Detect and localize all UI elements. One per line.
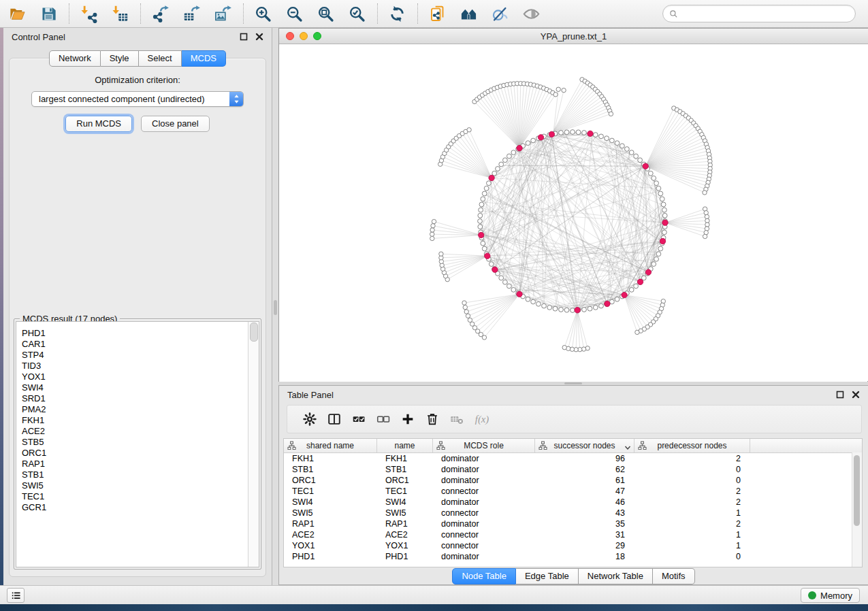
tab-network[interactable]: Network [49,50,101,67]
delete-button[interactable] [420,408,445,431]
refresh-button[interactable] [385,3,408,24]
table-row[interactable]: ACE2ACE2connector311 [284,529,862,540]
add-button[interactable] [396,408,420,431]
table-tab-network-table[interactable]: Network Table [579,568,653,584]
close-panel-button[interactable]: Close panel [141,116,210,132]
table-row[interactable]: YOX1YOX1connector291 [284,540,862,551]
delete-icon [425,412,440,427]
table-row[interactable]: TEC1TEC1connector472 [284,486,862,497]
mcds-result-item[interactable]: PHD1 [22,328,259,339]
mcds-result-item[interactable]: CAR1 [22,339,259,350]
table-row[interactable]: RAP1RAP1dominator352 [284,518,862,529]
tab-select[interactable]: Select [139,50,182,67]
columns-button[interactable] [322,408,347,431]
cell-predecessor-nodes: 0 [634,476,750,485]
export-image-button[interactable] [211,3,234,24]
import-table-button[interactable] [108,3,131,24]
mcds-result-item[interactable]: SRD1 [22,393,259,404]
search-input[interactable] [681,8,849,20]
select-all-button[interactable] [347,408,371,431]
column-header-shared-name[interactable]: shared name [284,439,377,452]
deselect-all-button[interactable] [371,408,396,431]
tab-style[interactable]: Style [101,50,139,67]
cell-predecessor-nodes: 1 [634,508,750,518]
network-window-title: YPA_prune.txt_1 [279,31,868,42]
column-header-MCDS-role[interactable]: MCDS role [433,439,535,452]
table-scrollbar-thumb[interactable] [854,455,860,526]
table-tab-motifs[interactable]: Motifs [653,568,695,584]
tree-icon [436,441,445,450]
zoom-out-button[interactable] [283,3,306,24]
mcds-result-item[interactable]: ACE2 [22,426,259,437]
add-icon [400,412,415,427]
network-window-titlebar[interactable]: YPA_prune.txt_1 [279,29,868,44]
search-box[interactable] [662,5,856,22]
horizontal-splitter-handle[interactable] [564,382,582,384]
table-tab-edge-table[interactable]: Edge Table [516,568,579,584]
mcds-result-item[interactable]: SWI4 [22,382,259,393]
zoom-selected-button[interactable] [345,3,368,24]
mcds-result-item[interactable]: TEC1 [22,491,259,502]
result-scrollbar[interactable] [248,322,259,567]
optimization-select[interactable]: largest connected component (undirected) [31,91,244,107]
cell-successor-nodes: 96 [535,454,634,463]
mcds-result-item[interactable]: FKH1 [22,415,259,426]
settings-button[interactable] [298,408,322,431]
mcds-result-item[interactable]: PMA2 [22,404,259,415]
run-mcds-button[interactable]: Run MCDS [65,116,132,132]
import-network-button[interactable] [77,3,100,24]
table-row[interactable]: FKH1FKH1dominator962 [284,453,862,464]
memory-button[interactable]: Memory [801,588,860,603]
close-table-panel-icon[interactable] [852,391,860,399]
table-row[interactable]: SWI4SWI4dominator462 [284,497,862,508]
cell-name: PHD1 [377,552,433,561]
close-panel-icon[interactable] [255,33,263,41]
export-table-button[interactable] [180,3,203,24]
result-scrollbar-thumb[interactable] [250,323,258,342]
mcds-result-item[interactable]: STB1 [22,469,259,480]
cell-MCDS-role: connector [433,541,535,550]
network-canvas[interactable] [279,44,867,382]
hide-panels-button[interactable] [488,3,511,24]
table-row[interactable]: ORC1ORC1dominator610 [284,475,862,486]
mcds-result-item[interactable]: SWI5 [22,480,259,491]
column-header-name[interactable]: name [377,439,433,452]
delete-column-icon [449,412,464,427]
vertical-splitter[interactable] [272,28,278,585]
column-header-predecessor-nodes[interactable]: predecessor nodes [634,439,750,452]
cell-shared-name: ACE2 [284,530,377,540]
share-document-button[interactable] [425,3,449,24]
table-scrollbar[interactable] [852,452,862,567]
tab-mcds[interactable]: MCDS [182,50,226,67]
float-table-panel-icon[interactable] [836,391,844,399]
mcds-result-item[interactable]: STP4 [22,350,259,361]
vertical-splitter-handle[interactable] [274,300,277,315]
mcds-result-item[interactable]: TID3 [22,361,259,371]
show-panels-button[interactable] [519,3,543,24]
zoom-in-icon [254,5,272,23]
mcds-result-item[interactable]: GCR1 [22,502,259,513]
mcds-result-item[interactable]: YOX1 [22,371,259,382]
table-row[interactable]: PHD1PHD1dominator180 [284,551,862,562]
node-table: shared namenameMCDS rolesuccessor nodesp… [283,438,863,567]
table-row[interactable]: STB1STB1dominator620 [284,464,862,475]
table-row[interactable]: SWI5SWI5connector431 [284,508,862,518]
export-network-button[interactable] [148,3,172,24]
mcds-result-item[interactable]: ORC1 [22,448,259,459]
cell-MCDS-role: connector [433,486,535,496]
task-history-button[interactable] [7,588,25,603]
zoom-in-button[interactable] [251,3,274,24]
table-header-row: shared namenameMCDS rolesuccessor nodesp… [284,439,862,453]
float-panel-icon[interactable] [240,33,248,41]
search-network-button[interactable] [457,3,480,24]
mcds-result-item[interactable]: STB5 [22,437,259,448]
save-session-button[interactable] [37,3,60,24]
mcds-result-list[interactable]: PHD1CAR1STP4TID3YOX1SWI4SRD1PMA2FKH1ACE2… [16,321,259,567]
desktop-bottom-edge [0,604,868,611]
open-file-button[interactable] [5,3,29,24]
mcds-result-item[interactable]: RAP1 [22,459,259,469]
table-tab-node-table[interactable]: Node Table [452,568,516,584]
task-list-icon [10,590,22,601]
zoom-fit-button[interactable] [314,3,337,24]
column-header-successor-nodes[interactable]: successor nodes [535,439,634,452]
